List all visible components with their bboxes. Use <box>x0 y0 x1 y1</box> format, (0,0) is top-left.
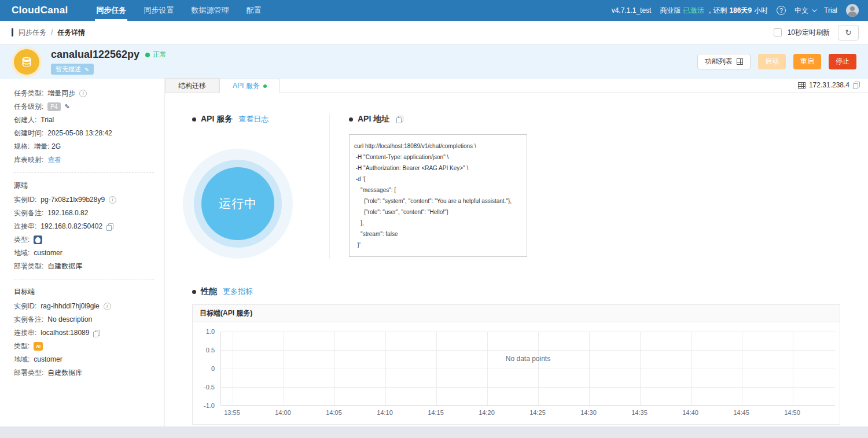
target-section-title: 目标端 <box>14 285 154 299</box>
field-create-time: 创建时间: 2025-05-08 13:28:42 <box>14 127 154 140</box>
nav-sync-tasks[interactable]: 同步任务 <box>87 0 135 21</box>
breadcrumb-separator: / <box>51 28 53 36</box>
nav-datasource-management[interactable]: 数据源管理 <box>182 0 237 21</box>
database-icon <box>14 49 39 75</box>
nav-configuration[interactable]: 配置 <box>237 0 270 21</box>
info-icon[interactable] <box>109 196 116 204</box>
divider <box>14 172 154 173</box>
source-connection: 连接串: 192.168.0.82:50402 <box>14 220 154 233</box>
view-mapping-link[interactable]: 查看 <box>47 153 61 167</box>
license-info: 商业版 已激活 ，还剩186天9小时 <box>660 6 768 16</box>
no-data-message: No data points <box>506 355 550 363</box>
breadcrumb-bar: 同步任务 / 任务详情 10秒定时刷新 <box>0 21 868 45</box>
refresh-button[interactable] <box>838 25 859 41</box>
task-header: canalual122562py 正常 暂无描述 功能列表 启动 重启 停止 <box>0 45 868 79</box>
feature-list-label: 功能列表 <box>705 57 733 67</box>
y-axis: 1.0 0.5 0 -0.5 -1.0 <box>193 332 220 406</box>
task-title: canalual122562py <box>51 49 139 61</box>
field-spec: 规格: 增量: 2G <box>14 140 154 153</box>
copy-icon[interactable] <box>93 330 100 337</box>
bullet-icon <box>192 117 196 122</box>
divider <box>14 279 154 279</box>
tab-api-service[interactable]: API 服务 <box>219 79 280 93</box>
performance-chart-card: 目标端(API 服务) 1.0 0.5 0 -0.5 -1.0 <box>192 304 840 425</box>
cloudcanal-logo: CloudCanal <box>12 5 68 16</box>
api-service-column: API 服务 查看日志 运行中 <box>192 114 329 259</box>
header-buttons: 功能列表 启动 重启 停止 <box>697 54 856 69</box>
performance-section: 性能 更多指标 目标端(API 服务) 1.0 0.5 0 -0.5 -1.0 <box>192 286 845 425</box>
api-address-column: API 地址 curl http://localhost:18089/v1/ch… <box>330 114 527 259</box>
info-icon[interactable] <box>104 303 111 310</box>
target-instance-desc: 实例备注: No description <box>14 313 154 326</box>
language-selector[interactable]: 中文 <box>795 6 815 16</box>
breadcrumb-accent <box>12 28 13 36</box>
username-label[interactable]: Trial <box>824 6 837 14</box>
api-service-title: API 服务 <box>201 114 233 124</box>
license-days: 186天9 <box>729 6 752 16</box>
target-deploy-type: 部署类型: 自建数据库 <box>14 366 154 380</box>
main-panel: 结构迁移 API 服务 172.31.238.4 API 服务 查看日志 <box>165 79 868 426</box>
source-instance-id: 实例ID: pg-7x08z1lx99b28y9 <box>14 193 154 207</box>
main-nav: 同步任务 同步设置 数据源管理 配置 <box>87 0 270 21</box>
tab-label: API 服务 <box>233 81 260 91</box>
target-connection: 连接串: localhost:18089 <box>14 326 154 340</box>
version-label: v4.7.1.1_test <box>612 6 652 14</box>
description-tag[interactable]: 暂无描述 <box>51 64 94 75</box>
task-level-badge: P4 <box>47 102 60 111</box>
copy-icon[interactable] <box>853 82 860 89</box>
tab-structure-migration[interactable]: 结构迁移 <box>165 78 219 93</box>
nav-label: 数据源管理 <box>191 5 229 16</box>
status-dot-icon <box>145 53 150 57</box>
more-metrics-link[interactable]: 更多指标 <box>223 286 253 297</box>
language-label: 中文 <box>795 6 808 16</box>
status-text: 正常 <box>153 50 167 60</box>
running-status-circle: 运行中 <box>183 149 293 259</box>
edit-icon[interactable] <box>65 100 70 113</box>
source-instance-desc: 实例备注: 192.168.0.82 <box>14 207 154 220</box>
view-logs-link[interactable]: 查看日志 <box>238 114 269 124</box>
field-table-mapping: 库表映射: 查看 <box>14 153 154 167</box>
info-icon[interactable] <box>79 90 87 97</box>
field-creator: 创建人: Trial <box>14 113 154 127</box>
task-detail-sidebar: 任务类型: 增量同步 任务级别: P4 创建人: Trial 创建时间: 202… <box>0 79 165 426</box>
user-avatar[interactable] <box>846 4 859 17</box>
tab-bar: 结构迁移 API 服务 172.31.238.4 <box>165 79 868 93</box>
topbar-right: v4.7.1.1_test 商业版 已激活 ，还剩186天9小时 中文 Tria… <box>612 4 859 17</box>
chart-panel-title: 目标端(API 服务) <box>193 305 840 322</box>
x-axis: 13:55 14:00 14:05 14:10 14:15 14:20 14:2… <box>220 406 835 418</box>
copy-icon[interactable] <box>396 116 403 123</box>
description-text: 暂无描述 <box>56 65 81 73</box>
ai-datasource-icon: AI <box>34 342 43 351</box>
curl-code-block: curl http://localhost:18089/v1/chat/comp… <box>349 134 527 257</box>
target-type: 类型: AI <box>14 340 154 353</box>
target-region: 地域: customer <box>14 353 154 366</box>
field-task-type: 任务类型: 增量同步 <box>14 87 154 100</box>
main-body: API 服务 查看日志 运行中 API 地址 <box>165 93 868 425</box>
start-button[interactable]: 启动 <box>758 54 786 69</box>
plot-area: No data points <box>220 332 835 406</box>
source-section-title: 源端 <box>14 179 154 192</box>
license-remaining-prefix: ，还剩 <box>706 6 727 16</box>
nav-sync-settings[interactable]: 同步设置 <box>135 0 182 21</box>
api-address-title: API 地址 <box>358 114 389 124</box>
nav-label: 配置 <box>246 5 261 16</box>
server-icon <box>798 82 806 89</box>
green-dot-icon <box>263 84 267 88</box>
server-address: 172.31.238.4 <box>798 81 860 89</box>
help-icon[interactable] <box>777 6 786 15</box>
license-status: 已激活 <box>683 6 704 16</box>
target-instance-id: 实例ID: rag-ihhddl7hj0l9gie <box>14 300 154 313</box>
source-type: 类型: <box>14 233 154 246</box>
copy-icon[interactable] <box>106 223 113 230</box>
auto-refresh-checkbox[interactable] <box>774 28 782 36</box>
chart-area: 1.0 0.5 0 -0.5 -1.0 <box>193 322 840 424</box>
feature-list-button[interactable]: 功能列表 <box>697 54 751 69</box>
tab-label: 结构迁移 <box>178 81 206 91</box>
chevron-down-icon <box>812 7 816 12</box>
breadcrumb-section[interactable]: 同步任务 <box>19 28 46 38</box>
restart-button[interactable]: 重启 <box>793 54 821 69</box>
topbar: CloudCanal 同步任务 同步设置 数据源管理 配置 v4.7.1.1_t… <box>0 0 868 21</box>
nav-label: 同步设置 <box>144 5 174 16</box>
nav-label: 同步任务 <box>96 5 126 16</box>
stop-button[interactable]: 停止 <box>829 54 856 69</box>
